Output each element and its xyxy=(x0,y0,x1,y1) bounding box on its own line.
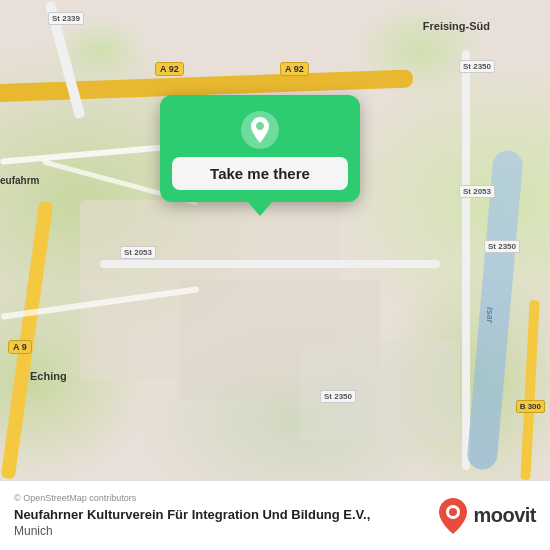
osm-credit: © OpenStreetMap contributors xyxy=(14,493,429,503)
road-label-a92-1: A 92 xyxy=(155,62,184,76)
road-label-st2350-1: St 2350 xyxy=(459,60,495,73)
road-label-st2350-2: St 2350 xyxy=(484,240,520,253)
place-name: Neufahrner Kulturverein Für Integration … xyxy=(14,507,429,524)
moovit-text: moovit xyxy=(473,504,536,527)
place-info: © OpenStreetMap contributors Neufahrner … xyxy=(14,493,429,538)
road-label-a9: A 9 xyxy=(8,340,32,354)
take-me-there-button[interactable]: Take me there xyxy=(172,157,348,190)
river-label: Isar xyxy=(485,307,495,323)
road-st2350-vertical xyxy=(462,50,470,470)
location-pin-icon xyxy=(241,111,279,149)
road-label-a92-2: A 92 xyxy=(280,62,309,76)
moovit-logo: moovit xyxy=(439,498,536,534)
popup-card: Take me there xyxy=(160,95,360,202)
road-label-st2053-1: St 2053 xyxy=(120,246,156,259)
label-freising-sud: Freising-Süd xyxy=(423,20,490,32)
road-label-st2339: St 2339 xyxy=(48,12,84,25)
road-st2053-horizontal xyxy=(100,260,440,268)
place-city: Munich xyxy=(14,524,429,538)
svg-point-2 xyxy=(449,508,457,516)
road-label-st2350-3: St 2350 xyxy=(320,390,356,403)
bottom-bar: © OpenStreetMap contributors Neufahrner … xyxy=(0,480,550,550)
road-label-b300: B 300 xyxy=(516,400,545,413)
label-neufahrm: eufahrm xyxy=(0,175,39,186)
road-label-st2053-2: St 2053 xyxy=(459,185,495,198)
moovit-pin-icon xyxy=(439,498,467,534)
label-eching: Eching xyxy=(30,370,67,382)
map-container: Isar A 92 A 92 A 9 St 2339 St 2350 St 23… xyxy=(0,0,550,480)
